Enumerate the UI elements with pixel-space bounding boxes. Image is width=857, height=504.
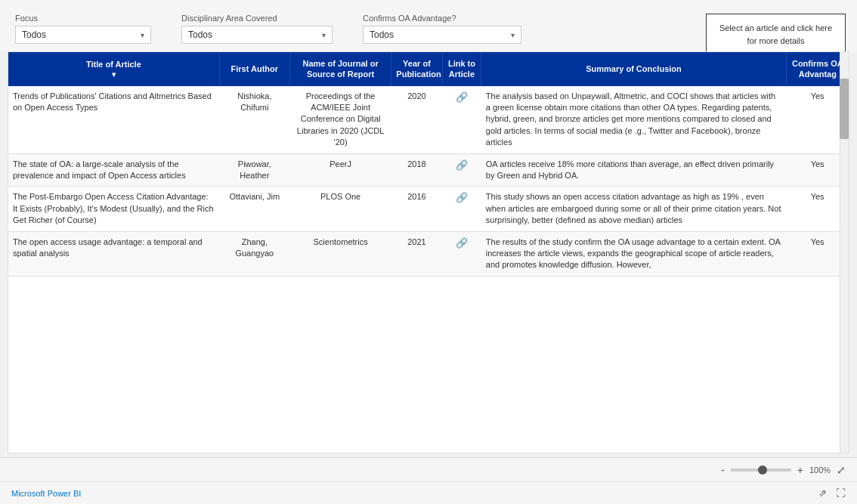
col-header-year[interactable]: Year of Publication [391,52,442,86]
cell-link[interactable]: 🔗 [442,153,481,187]
zoom-slider-thumb[interactable] [758,465,767,475]
cell-journal: Scientometrics [289,231,391,276]
table-header-row: Title of Article ▾ First Author Name of … [8,52,849,86]
cell-title: The open access usage advantage: a tempo… [8,231,219,276]
scrollbar-thumb[interactable] [840,79,849,139]
cell-title: Trends of Publications' Citations and Al… [8,86,219,153]
focus-select[interactable]: Todos ▾ [15,26,151,44]
cell-link[interactable]: 🔗 [442,231,481,276]
cell-author: Piwowar, Heather [219,153,289,187]
table-row[interactable]: The Post-Embargo Open Access Citation Ad… [8,187,849,231]
scrollbar-track[interactable] [840,52,849,453]
cell-year: 2016 [391,187,442,231]
col-header-title[interactable]: Title of Article ▾ [8,52,219,86]
focus-filter-group: Focus Todos ▾ [15,14,151,44]
powerbi-link[interactable]: Microsoft Power BI [11,489,81,498]
cell-author: Nishioka, Chifumi [219,86,289,153]
main-container: Focus Todos ▾ Disciplinary Area Covered … [0,0,857,504]
expand-icon[interactable]: ⛶ [836,487,846,499]
cell-summary: The results of the study confirm the OA … [481,231,786,276]
fit-page-icon[interactable]: ⤢ [837,464,846,476]
cell-journal: PeerJ [289,153,391,187]
filter-bar: Focus Todos ▾ Disciplinary Area Covered … [0,0,857,51]
powerbi-icons: ⇗ ⛶ [818,487,846,499]
cell-summary: OA articles receive 18% more citations t… [481,153,786,187]
cell-journal: PLOS One [289,187,391,231]
col-header-link[interactable]: Link to Article [442,52,481,86]
cell-journal: Proceedings of the ACM/IEEE Joint Confer… [289,86,391,153]
zoom-in-button[interactable]: + [796,464,805,476]
info-box[interactable]: Select an article and click here for mor… [706,14,846,55]
table-body: Trends of Publications' Citations and Al… [8,86,849,277]
link-icon[interactable]: 🔗 [456,237,468,249]
focus-label: Focus [15,14,151,23]
cell-link[interactable]: 🔗 [442,187,481,231]
confirms-value: Todos [370,29,394,40]
cell-year: 2020 [391,86,442,153]
zoom-percent: 100% [809,465,832,475]
table-row[interactable]: The open access usage advantage: a tempo… [8,231,849,276]
cell-year: 2018 [391,153,442,187]
zoom-controls: - + 100% ⤢ [719,464,846,476]
cell-summary: The analysis based on Unpaywall, Altmetr… [481,86,786,153]
confirms-chevron-icon: ▾ [511,31,515,39]
cell-link[interactable]: 🔗 [442,86,481,153]
disciplinary-filter-group: Disciplinary Area Covered Todos ▾ [181,14,333,44]
cell-summary: This study shows an open access citation… [481,187,786,231]
share-icon[interactable]: ⇗ [818,487,827,499]
cell-title: The Post-Embargo Open Access Citation Ad… [8,187,219,231]
cell-author: Ottaviani, Jim [219,187,289,231]
focus-chevron-icon: ▾ [141,31,144,39]
cell-title: The state of OA: a large-scale analysis … [8,153,219,187]
confirms-filter-group: Confirms OA Advantage? Todos ▾ [363,14,521,44]
disciplinary-value: Todos [188,29,212,40]
confirms-label: Confirms OA Advantage? [363,14,521,23]
col-header-author[interactable]: First Author [219,52,289,86]
table-container: Title of Article ▾ First Author Name of … [8,51,849,453]
link-icon[interactable]: 🔗 [456,91,468,103]
zoom-out-button[interactable]: - [719,464,726,476]
zoom-slider[interactable] [731,468,791,472]
disciplinary-label: Disciplinary Area Covered [181,14,333,23]
disciplinary-chevron-icon: ▾ [322,31,326,39]
table-row[interactable]: Trends of Publications' Citations and Al… [8,86,849,153]
cell-author: Zhang, Guangyao [219,231,289,276]
confirms-select[interactable]: Todos ▾ [363,26,521,44]
link-icon[interactable]: 🔗 [456,159,468,171]
focus-value: Todos [22,29,46,40]
disciplinary-select[interactable]: Todos ▾ [181,26,333,44]
col-header-summary[interactable]: Summary of Conclusion [481,52,786,86]
col-header-journal[interactable]: Name of Journal or Source of Report [289,52,391,86]
cell-year: 2021 [391,231,442,276]
sort-icon: ▾ [112,70,116,79]
bottom-zoom-bar: - + 100% ⤢ [0,457,857,481]
data-table: Title of Article ▾ First Author Name of … [8,52,849,277]
info-box-text: Select an article and click here for mor… [719,23,832,45]
link-icon[interactable]: 🔗 [456,192,468,203]
table-row[interactable]: The state of OA: a large-scale analysis … [8,153,849,187]
powerbi-bar: Microsoft Power BI ⇗ ⛶ [0,481,857,504]
